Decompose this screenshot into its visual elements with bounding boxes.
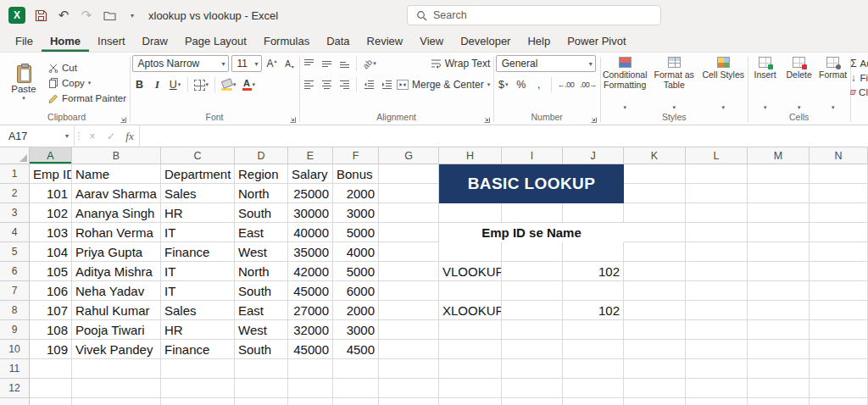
cell-B10[interactable]: Vivek Pandey bbox=[72, 340, 161, 359]
cell-J13[interactable] bbox=[563, 398, 624, 405]
lookup-subtitle[interactable]: Emp ID se Name bbox=[439, 223, 624, 242]
tab-page-layout[interactable]: Page Layout bbox=[176, 31, 255, 52]
cell-styles-button[interactable]: Cell Styles ▾ bbox=[700, 55, 746, 111]
copy-button[interactable]: Copy ▾ bbox=[46, 76, 128, 91]
cell-F6[interactable]: 5000 bbox=[333, 262, 379, 281]
font-color-button[interactable]: A ▾ bbox=[241, 76, 258, 93]
customize-quick-access-button[interactable]: ▾ bbox=[125, 7, 140, 24]
cell-C2[interactable]: Sales bbox=[161, 184, 235, 203]
cell-L10[interactable] bbox=[686, 340, 748, 359]
cell-H9[interactable] bbox=[439, 320, 502, 340]
cell-H5[interactable] bbox=[439, 242, 502, 262]
cell-A9[interactable]: 108 bbox=[30, 320, 72, 340]
cell-G7[interactable] bbox=[379, 281, 439, 301]
cell-N3[interactable] bbox=[810, 203, 868, 223]
cell-N10[interactable] bbox=[810, 340, 868, 359]
cell-E8[interactable]: 27000 bbox=[288, 301, 333, 320]
cell-I3[interactable] bbox=[502, 203, 563, 223]
cell-M9[interactable] bbox=[748, 320, 810, 340]
cell-G9[interactable] bbox=[379, 320, 439, 340]
cell-C1[interactable]: Department bbox=[161, 164, 235, 184]
cell-D12[interactable] bbox=[235, 379, 288, 398]
cell-L9[interactable] bbox=[686, 320, 748, 340]
borders-button[interactable]: ▾ bbox=[192, 76, 211, 93]
cell-N4[interactable] bbox=[810, 223, 868, 242]
undo-button[interactable]: ↶ bbox=[56, 7, 71, 24]
cell-D9[interactable]: West bbox=[235, 320, 288, 340]
cell-F11[interactable] bbox=[333, 359, 379, 379]
cell-A4[interactable]: 103 bbox=[30, 223, 72, 242]
cell-F7[interactable]: 6000 bbox=[333, 281, 379, 301]
cell-F2[interactable]: 2000 bbox=[333, 184, 379, 203]
cell-M13[interactable] bbox=[748, 398, 810, 405]
cell-B7[interactable]: Neha Yadav bbox=[72, 281, 161, 301]
row-header-9[interactable]: 9 bbox=[0, 320, 30, 340]
cell-I13[interactable] bbox=[502, 398, 563, 405]
cell-G11[interactable] bbox=[379, 359, 439, 379]
autosum-button[interactable]: ΣAu bbox=[850, 56, 868, 70]
col-header-C[interactable]: C bbox=[161, 147, 235, 164]
align-bottom-button[interactable] bbox=[337, 55, 352, 72]
cell-K2[interactable] bbox=[624, 184, 686, 203]
cell-I11[interactable] bbox=[502, 359, 563, 379]
cell-F3[interactable]: 3000 bbox=[333, 203, 379, 223]
cell-N8[interactable] bbox=[810, 301, 868, 320]
cell-M2[interactable] bbox=[748, 184, 810, 203]
cell-L4[interactable] bbox=[686, 223, 748, 242]
dialog-launcher-icon[interactable] bbox=[590, 114, 597, 125]
cell-B8[interactable]: Rahul Kumar bbox=[72, 301, 161, 320]
font-name-select[interactable]: Aptos Narrow ▾ bbox=[132, 55, 229, 72]
cell-G3[interactable] bbox=[379, 203, 439, 223]
comma-style-button[interactable]: , bbox=[531, 76, 547, 93]
increase-font-size-button[interactable]: A▴ bbox=[264, 55, 280, 72]
cell-M1[interactable] bbox=[748, 164, 810, 184]
cell-N5[interactable] bbox=[810, 242, 868, 262]
cell-C6[interactable]: IT bbox=[161, 262, 235, 281]
cell-D5[interactable]: West bbox=[235, 242, 288, 262]
folder-button[interactable] bbox=[102, 7, 117, 24]
cell-D7[interactable]: South bbox=[235, 281, 288, 301]
cell-H13[interactable] bbox=[439, 398, 502, 405]
cell-A5[interactable]: 104 bbox=[30, 242, 72, 262]
cell-B5[interactable]: Priya Gupta bbox=[72, 242, 161, 262]
cell-E2[interactable]: 25000 bbox=[288, 184, 333, 203]
cell-K11[interactable] bbox=[624, 359, 686, 379]
cell-C13[interactable] bbox=[161, 398, 235, 405]
cell-C4[interactable]: IT bbox=[161, 223, 235, 242]
cell-B1[interactable]: Name bbox=[72, 164, 161, 184]
clear-button[interactable]: Cl bbox=[850, 85, 868, 99]
cell-H8[interactable]: XLOOKUP bbox=[439, 301, 502, 320]
cell-A6[interactable]: 105 bbox=[30, 262, 72, 281]
cell-B4[interactable]: Rohan Verma bbox=[72, 223, 161, 242]
fill-button[interactable]: ↓Fi bbox=[850, 70, 868, 85]
cell-F13[interactable] bbox=[333, 398, 379, 405]
cell-G4[interactable] bbox=[379, 223, 439, 242]
cell-N6[interactable] bbox=[810, 262, 868, 281]
increase-indent-button[interactable] bbox=[379, 76, 394, 93]
cell-A13[interactable] bbox=[30, 398, 72, 405]
cell-D1[interactable]: Region bbox=[235, 164, 288, 184]
decrease-indent-button[interactable] bbox=[361, 76, 376, 93]
insert-cells-button[interactable]: Insert ▾ bbox=[750, 55, 781, 111]
col-header-F[interactable]: F bbox=[333, 147, 379, 164]
decrease-decimal-button[interactable]: .00→ bbox=[578, 76, 598, 93]
cell-C11[interactable] bbox=[161, 359, 235, 379]
row-header-10[interactable]: 10 bbox=[0, 340, 30, 359]
col-header-K[interactable]: K bbox=[624, 147, 686, 164]
search-box[interactable]: Search bbox=[407, 5, 661, 25]
tab-insert[interactable]: Insert bbox=[89, 31, 134, 52]
cell-C10[interactable]: Finance bbox=[161, 340, 235, 359]
cell-I12[interactable] bbox=[502, 379, 563, 398]
row-header-12[interactable]: 12 bbox=[0, 379, 30, 398]
cell-L3[interactable] bbox=[686, 203, 748, 223]
cell-N1[interactable] bbox=[810, 164, 868, 184]
cell-A7[interactable]: 106 bbox=[30, 281, 72, 301]
cell-L2[interactable] bbox=[686, 184, 748, 203]
cell-G8[interactable] bbox=[379, 301, 439, 320]
cell-C12[interactable] bbox=[161, 379, 235, 398]
cell-D4[interactable]: East bbox=[235, 223, 288, 242]
cell-L1[interactable] bbox=[686, 164, 748, 184]
row-header-8[interactable]: 8 bbox=[0, 301, 30, 320]
conditional-formatting-button[interactable]: Conditional Formatting ▾ bbox=[602, 55, 648, 111]
cell-F10[interactable]: 4500 bbox=[333, 340, 379, 359]
